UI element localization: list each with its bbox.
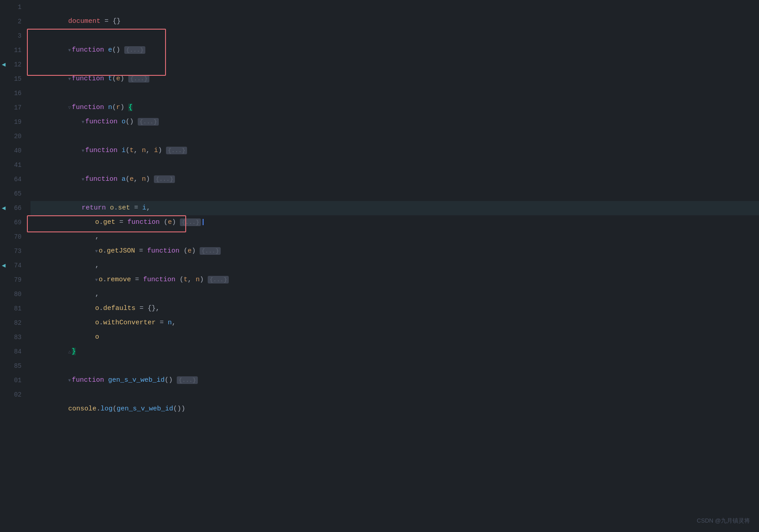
gutter-row-01: 01 <box>0 373 27 388</box>
gutter-row-82: 82 <box>0 316 27 330</box>
breakpoint-74: ◀ <box>2 258 5 273</box>
gutter-row-79: 79 <box>0 273 27 287</box>
code-line-85: ▼function gen_s_v_web_id() {...} <box>31 359 759 373</box>
gutter-row-65: 65 <box>0 187 27 201</box>
gutter-row-12: ◀ 12 <box>0 57 27 72</box>
gutter-row-84: 84 <box>0 344 27 359</box>
code-line-74: ▼o.remove = function (t, n) {...} <box>31 258 759 273</box>
code-line-83: △} <box>31 330 759 344</box>
gutter-row-81: 81 <box>0 301 27 316</box>
gutter-row-73: 73 <box>0 244 27 258</box>
gutter-row-83: 83 <box>0 330 27 344</box>
gutter-row-20: 20 <box>0 129 27 144</box>
code-line-64 <box>31 172 759 187</box>
code-line-01 <box>31 373 759 388</box>
code-line-80: o.defaults = {}, <box>31 287 759 301</box>
gutter-row-02: 02 <box>0 388 27 402</box>
gutter-row-2: 2 <box>0 14 27 29</box>
code-line-79: , <box>31 273 759 287</box>
code-editor: 1 2 3 11 ◀ 12 15 16 17 19 20 40 41 64 65… <box>0 0 759 532</box>
gutter-row-74: ◀ 74 <box>0 258 27 273</box>
gutter-row-17: 17 <box>0 100 27 115</box>
code-line-19 <box>31 115 759 129</box>
code-line-82: o <box>31 316 759 330</box>
code-line-17: ▼function o() {...} <box>31 100 759 115</box>
gutter-row-41: 41 <box>0 158 27 172</box>
watermark: CSDN @九月镇灵将 <box>697 517 750 525</box>
gutter-row-85: 85 <box>0 359 27 373</box>
gutter-row-40: 40 <box>0 144 27 158</box>
code-line-70: ▼o.getJSON = function (e) {...} <box>31 230 759 244</box>
code-line-11 <box>31 43 759 57</box>
code-line-41: ▼function a(e, n) {...} <box>31 158 759 172</box>
code-line-12: ▼function t(e) {...} <box>31 57 759 72</box>
code-line-69: , <box>31 215 759 230</box>
code-line-02: console.log(gen_s_v_web_id()) <box>31 388 759 402</box>
code-line-16: ▽function n(r) { <box>31 86 759 100</box>
gutter-row-69: 69 <box>0 215 27 230</box>
gutter-row-1: 1 <box>0 0 27 14</box>
breakpoint-66: ◀ <box>2 201 5 215</box>
code-line-3: ▼function e() {...} <box>31 29 759 43</box>
gutter-row-80: 80 <box>0 287 27 301</box>
gutter-row-15: 15 <box>0 72 27 86</box>
code-line-1: document = {} <box>31 0 759 14</box>
code-line-20: ▼function i(t, n, i) {...} <box>31 129 759 144</box>
gutter-row-64: 64 <box>0 172 27 187</box>
code-content: document = {} ▼function e() {...} ▼funct… <box>27 0 759 532</box>
code-line-40 <box>31 144 759 158</box>
gutter-row-70: 70 <box>0 230 27 244</box>
line-number-gutter: 1 2 3 11 ◀ 12 15 16 17 19 20 40 41 64 65… <box>0 0 27 532</box>
code-line-2 <box>31 14 759 29</box>
gutter-row-3: 3 <box>0 29 27 43</box>
code-line-73: , <box>31 244 759 258</box>
code-line-65: return o.set = i, <box>31 187 759 201</box>
code-line-84 <box>31 344 759 359</box>
code-line-81: o.withConverter = n, <box>31 301 759 316</box>
gutter-row-66: ◀ 66 <box>0 201 27 215</box>
code-line-66: o.get = function (e) {...}| <box>31 201 759 215</box>
gutter-row-11: 11 <box>0 43 27 57</box>
breakpoint-12: ◀ <box>2 57 5 72</box>
code-line-15 <box>31 72 759 86</box>
gutter-row-19: 19 <box>0 115 27 129</box>
gutter-row-16: 16 <box>0 86 27 100</box>
